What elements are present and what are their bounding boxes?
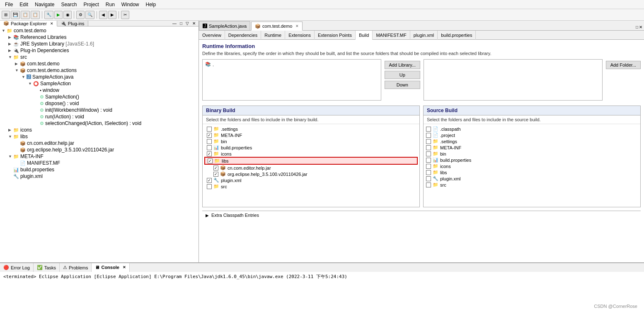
cb-s-src[interactable] — [426, 182, 431, 187]
subtab-plugin-xml[interactable]: plugin.xml — [410, 31, 438, 40]
tree-item-selectionchanged[interactable]: ⚙ selectionChanged(IAction, ISelection) … — [0, 120, 199, 127]
tree-item-dispose[interactable]: ⚙ dispose() : void — [0, 100, 199, 107]
panel-menu-icon[interactable]: ▽ — [184, 21, 190, 26]
binary-item-jar2[interactable]: 📦 org.eclipse.help_3.5.100.v20110426.jar — [204, 171, 418, 177]
subtab-manifest[interactable]: MANIFEST.MF — [373, 31, 410, 40]
binary-item-jar1[interactable]: 📦 cn.com.editor.help.jar — [204, 165, 418, 171]
tab-package-explorer[interactable]: 📦 Package Explorer ✕ — [0, 21, 57, 26]
tree-item-reflibr[interactable]: ▶ 📚 Referenced Libraries — [0, 34, 199, 41]
toolbar-copy1[interactable]: 📋 — [21, 11, 30, 19]
tree-item-plugdeps[interactable]: ▶ 🔌 Plug-in Dependencies — [0, 47, 199, 54]
bottom-tab-errorlog[interactable]: 🔴 Error Log — [0, 263, 34, 272]
source-item-icons[interactable]: 📁 icons — [425, 163, 639, 169]
subtab-extensions[interactable]: Extensions — [285, 31, 315, 40]
add-folder-button[interactable]: Add Folder... — [606, 61, 641, 69]
menu-file[interactable]: File — [2, 1, 16, 8]
tree-item-pluginxml[interactable]: 🔧 plugin.xml — [0, 173, 199, 180]
add-library-button[interactable]: Add Library... — [385, 61, 421, 69]
minimize-editor-icon[interactable]: □ — [636, 25, 638, 29]
cb-s-metainf[interactable] — [426, 145, 431, 150]
toolbar-settings[interactable]: ⚙ — [76, 11, 85, 19]
tree-item-buildprops[interactable]: 📊 build.properties — [0, 166, 199, 173]
tree-item-root[interactable]: ▼ 📁 com.test.demo — [0, 27, 199, 34]
source-item-src[interactable]: 📁 src — [425, 182, 639, 188]
binary-item-bin[interactable]: 📁 bin — [204, 138, 418, 144]
cb-s-settings[interactable] — [426, 139, 431, 144]
bottom-tab-tasks[interactable]: ✅ Tasks — [34, 263, 60, 272]
toolbar-run[interactable]: ▶ — [54, 11, 63, 19]
cb-s-buildprops[interactable] — [426, 158, 431, 163]
tab-sampleaction-java[interactable]: 🅹 SampleAction.java — [199, 21, 250, 30]
cb-s-classpath[interactable] — [426, 127, 431, 132]
cb-pluginxml[interactable] — [207, 178, 212, 183]
down-button[interactable]: Down — [385, 81, 421, 89]
binary-item-metainf[interactable]: 📁 META-INF — [204, 132, 418, 138]
minimize-icon[interactable]: — — [171, 21, 178, 26]
toolbar-search[interactable]: 🔍 — [85, 11, 94, 19]
subtab-overview[interactable]: Overview — [199, 31, 225, 40]
tree-item-jre[interactable]: ▶ ☕ JRE System Library [JavaSE-1.6] — [0, 41, 199, 47]
console-close-icon[interactable]: ✕ — [123, 265, 126, 269]
subtab-build[interactable]: Build — [356, 31, 373, 40]
toolbar-save[interactable]: 💾 — [11, 11, 20, 19]
binary-item-src[interactable]: 📁 src — [204, 183, 418, 190]
menu-window[interactable]: Window — [118, 1, 143, 8]
source-item-classpath[interactable]: 📄 .classpath — [425, 126, 639, 132]
source-item-pluginxml[interactable]: 🔧 plugin.xml — [425, 175, 639, 182]
tree-item-manifest[interactable]: 📄 MANIFEST.MF — [0, 160, 199, 166]
extra-classpath-section[interactable]: ▶ Extra Classpath Entries — [202, 211, 641, 219]
cb-settings[interactable] — [207, 127, 212, 132]
up-button[interactable]: Up — [385, 71, 421, 79]
package-explorer-close[interactable]: ✕ — [50, 22, 53, 26]
cb-jar1[interactable] — [213, 166, 218, 170]
cb-src[interactable] — [207, 184, 212, 189]
cb-s-project[interactable] — [426, 133, 431, 138]
close-editor-tab-icon[interactable]: ✕ — [295, 24, 299, 28]
cb-buildprops[interactable] — [207, 145, 212, 150]
source-item-libs[interactable]: 📁 libs — [425, 169, 639, 175]
toolbar-debug[interactable]: ◉ — [63, 11, 72, 19]
cb-jar2[interactable] — [213, 172, 218, 177]
close-panel-icon[interactable]: ✕ — [191, 21, 197, 26]
toolbar-cut[interactable]: ✂ — [121, 11, 129, 19]
source-item-bin[interactable]: 📁 bin — [425, 151, 639, 157]
tree-item-jar2[interactable]: 📦 org.eclipse.help_3.5.100.v20110426.jar — [0, 146, 199, 153]
tree-item-pkg2[interactable]: ▼ 📦 com.test.demo.actions — [0, 67, 199, 74]
tree-item-src[interactable]: ▼ 📁 src — [0, 54, 199, 60]
tree-item-sampleaction-class[interactable]: ▼ ⭕ SampleAction — [0, 80, 199, 87]
menu-run[interactable]: Run — [102, 1, 118, 8]
maximize-editor-icon[interactable]: ✕ — [639, 25, 642, 29]
cb-bin[interactable] — [207, 139, 212, 144]
tree-item-run[interactable]: ⚙ run(IAction) : void — [0, 113, 199, 120]
cb-icons[interactable] — [207, 151, 212, 156]
toolbar-new[interactable]: ⊞ — [2, 11, 10, 19]
subtab-extension-points[interactable]: Extension Points — [315, 31, 356, 40]
subtab-runtime[interactable]: Runtime — [261, 31, 285, 40]
cb-s-icons[interactable] — [426, 164, 431, 169]
menu-help[interactable]: Help — [143, 1, 160, 8]
cb-s-pluginxml[interactable] — [426, 176, 431, 181]
tree-item-sampleaction-java[interactable]: ▼ 🅹 SampleAction.java — [0, 74, 199, 80]
menu-navigate[interactable]: Navigate — [31, 1, 58, 8]
cb-s-bin[interactable] — [426, 151, 431, 156]
toolbar-copy2[interactable]: 📋 — [31, 11, 40, 19]
cb-libs[interactable] — [208, 158, 213, 163]
source-item-settings[interactable]: 📁 .settings — [425, 138, 639, 144]
tab-plugins[interactable]: 🔌 Plug-ins — [57, 21, 88, 26]
tree-item-jar1[interactable]: 📦 cn.com.editor.help.jar — [0, 140, 199, 146]
toolbar-forward[interactable]: ▶ — [108, 11, 116, 19]
source-item-metainf[interactable]: 📁 META-INF — [425, 144, 639, 151]
tree-item-init[interactable]: ⚙ init(IWorkbenchWindow) : void — [0, 107, 199, 113]
binary-item-settings[interactable]: 📁 .settings — [204, 126, 418, 132]
toolbar-build[interactable]: 🔧 — [44, 11, 53, 19]
binary-item-icons[interactable]: 📁 icons — [204, 151, 418, 157]
menu-edit[interactable]: Edit — [16, 1, 31, 8]
tree-item-metainf[interactable]: ▼ 📁 META-INF — [0, 153, 199, 160]
menu-project[interactable]: Project — [80, 1, 102, 8]
binary-item-buildprops[interactable]: 📊 build.properties — [204, 144, 418, 151]
tab-com-test-demo[interactable]: 📦 com.test.demo ✕ — [251, 22, 303, 31]
tree-item-constructor[interactable]: ⚙ SampleAction() — [0, 94, 199, 100]
tree-item-icons[interactable]: ▶ 📁 icons — [0, 127, 199, 133]
cb-metainf[interactable] — [207, 133, 212, 138]
maximize-icon[interactable]: □ — [179, 21, 184, 26]
